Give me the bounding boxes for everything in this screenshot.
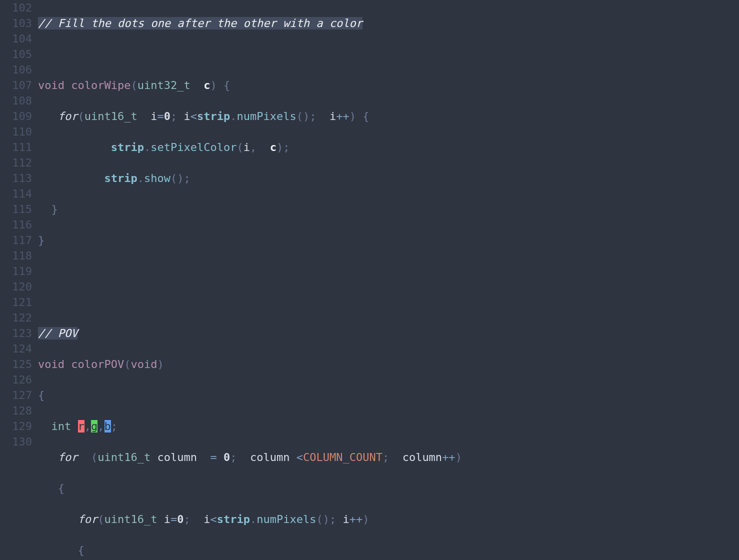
type: int xyxy=(52,420,72,432)
line-number: 116 xyxy=(0,217,32,232)
keyword-void: void xyxy=(38,358,64,370)
line-number: 105 xyxy=(0,46,32,62)
op: = xyxy=(157,110,164,122)
code-line xyxy=(38,294,739,310)
op: = xyxy=(170,513,177,526)
func-name: colorPOV xyxy=(71,358,124,370)
line-number: 108 xyxy=(0,93,32,108)
punc: , xyxy=(250,141,256,154)
var-i: i xyxy=(330,110,336,122)
comment: // Fill the dots one after the other wit… xyxy=(38,17,362,30)
num: 0 xyxy=(224,451,230,464)
line-number: 115 xyxy=(0,202,32,217)
method: numPixels xyxy=(256,513,316,526)
punc: ( xyxy=(78,110,84,122)
type: uint32_t xyxy=(138,79,190,92)
punc: { xyxy=(224,79,230,92)
line-number: 103 xyxy=(0,16,32,31)
punc: ; xyxy=(310,110,316,122)
comment: // POV xyxy=(38,327,78,340)
param-c: c xyxy=(204,79,210,92)
punc: { xyxy=(78,544,84,556)
var-i: i xyxy=(342,513,349,526)
punc: ) xyxy=(303,110,310,122)
code-line: } xyxy=(38,202,739,217)
line-number: 126 xyxy=(0,372,32,388)
var-column: column xyxy=(157,451,196,464)
punc: ) xyxy=(456,451,462,464)
punc: ( xyxy=(98,513,104,526)
punc: } xyxy=(52,203,58,216)
line-number: 104 xyxy=(0,31,32,46)
var-r-highlight: r xyxy=(78,420,84,432)
line-number: 110 xyxy=(0,124,32,140)
punc: { xyxy=(58,482,64,494)
var-g-highlight: g xyxy=(91,420,98,432)
punc: ( xyxy=(124,358,130,370)
line-number: 117 xyxy=(0,232,32,248)
code-line: for(uint16_t i=0; i<strip.numPixels(); i… xyxy=(38,108,739,124)
line-number: 121 xyxy=(0,294,32,310)
var-i: i xyxy=(244,141,250,154)
punc: ( xyxy=(130,79,137,92)
var-column: column xyxy=(250,451,290,464)
op: < xyxy=(296,451,303,464)
code-line: // POV xyxy=(38,326,739,341)
op: = xyxy=(210,451,216,464)
punc: ) xyxy=(157,358,164,370)
gutter: 1021031041051061071081091101111121131141… xyxy=(0,0,35,560)
op: < xyxy=(190,110,197,122)
line-number: 127 xyxy=(0,388,32,403)
punc: , xyxy=(84,420,91,432)
code-line: void colorPOV(void) xyxy=(38,356,739,372)
func-name: colorWipe xyxy=(71,79,130,92)
var-i: i xyxy=(150,110,157,122)
type: uint16_t xyxy=(104,513,157,526)
punc: , xyxy=(98,420,104,432)
punc: ( xyxy=(170,172,177,184)
code-line: // Fill the dots one after the other wit… xyxy=(38,16,739,31)
line-number: 111 xyxy=(0,140,32,155)
code-line: strip.show(); xyxy=(38,170,739,186)
code-line: void colorWipe(uint32_t c) { xyxy=(38,78,739,93)
var-i: i xyxy=(184,110,190,122)
code-line: strip.setPixelColor(i, c); xyxy=(38,140,739,155)
code-line xyxy=(38,264,739,279)
punc: . xyxy=(138,172,144,184)
keyword-for: for xyxy=(58,110,78,122)
punc: . xyxy=(230,110,236,122)
line-number: 107 xyxy=(0,78,32,93)
punc: ; xyxy=(330,513,336,526)
var-b-highlight: b xyxy=(104,420,111,432)
line-number: 109 xyxy=(0,108,32,124)
keyword-void: void xyxy=(38,79,64,92)
type: uint16_t xyxy=(98,451,150,464)
punc: . xyxy=(250,513,256,526)
punc: ) xyxy=(350,110,356,122)
method: show xyxy=(144,172,170,184)
op: < xyxy=(210,513,216,526)
obj-strip: strip xyxy=(197,110,230,122)
code-line: int r,g,b; xyxy=(38,418,739,434)
op: ++ xyxy=(336,110,350,122)
obj-strip: strip xyxy=(111,141,144,154)
op: ++ xyxy=(350,513,363,526)
line-number: 124 xyxy=(0,341,32,356)
punc: ) xyxy=(323,513,330,526)
punc: ) xyxy=(210,79,216,92)
line-number: 106 xyxy=(0,62,32,78)
line-number: 123 xyxy=(0,326,32,341)
op: ++ xyxy=(442,451,456,464)
punc: { xyxy=(362,110,369,122)
code-area[interactable]: // Fill the dots one after the other wit… xyxy=(35,0,739,560)
code-line: } xyxy=(38,232,739,248)
keyword-for: for xyxy=(78,513,98,526)
num: 0 xyxy=(164,110,170,122)
code-editor[interactable]: 1021031041051061071081091101111121131141… xyxy=(0,0,739,560)
punc: . xyxy=(144,141,150,154)
punc: ( xyxy=(296,110,303,122)
code-line: { xyxy=(38,388,739,403)
var-i: i xyxy=(204,513,210,526)
num: 0 xyxy=(177,513,184,526)
const: COLUMN_COUNT xyxy=(303,451,382,464)
